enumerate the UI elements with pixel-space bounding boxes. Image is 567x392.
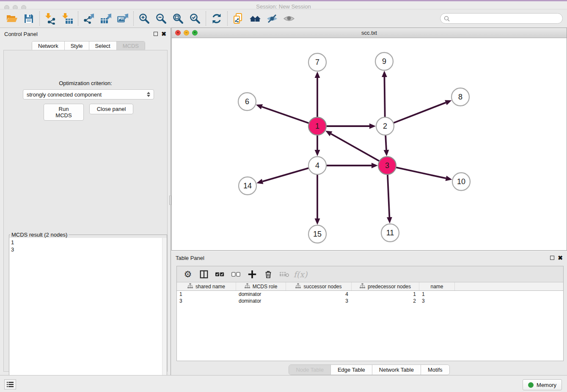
new-network-from-selection-icon[interactable] <box>230 11 247 26</box>
window-title: Session: New Session <box>0 3 567 10</box>
graph-edge[interactable] <box>394 102 446 123</box>
search-field[interactable] <box>440 13 563 24</box>
open-session-icon[interactable] <box>3 11 20 26</box>
mcds-panel: Optimization criterion: strongly connect… <box>3 50 168 372</box>
table-cell[interactable]: 4 <box>286 291 352 298</box>
graph-edge[interactable] <box>384 77 385 117</box>
import-table-icon[interactable] <box>59 11 76 26</box>
toolbar-separator <box>78 11 78 26</box>
network-view-window: × − + scc.txt 7968124314101511 <box>171 28 567 251</box>
graph-edge[interactable] <box>388 174 389 217</box>
tab-select[interactable]: Select <box>89 41 117 50</box>
table-cell[interactable]: 1 <box>177 291 236 298</box>
create-column-icon[interactable] <box>247 269 257 279</box>
tab-network[interactable]: Network <box>32 41 65 50</box>
show-all-icon[interactable] <box>281 11 297 26</box>
first-neighbors-icon[interactable] <box>247 11 264 26</box>
network-canvas[interactable]: 7968124314101511 <box>172 38 567 250</box>
search-input[interactable] <box>452 14 562 23</box>
graph-node-label: 4 <box>315 161 319 170</box>
zoom-fit-icon[interactable] <box>170 11 187 26</box>
network-graph[interactable]: 7968124314101511 <box>172 38 567 250</box>
graph-edge-arrow <box>445 176 452 181</box>
select-all-columns-icon[interactable] <box>215 269 225 279</box>
graph-edge[interactable] <box>396 167 446 178</box>
optimization-criterion-label: Optimization criterion: <box>4 80 167 86</box>
graph-edge-arrow <box>445 100 451 105</box>
delete-columns-icon[interactable] <box>263 269 273 279</box>
table-settings-icon[interactable]: ⚙ <box>183 269 193 279</box>
close-table-panel-icon[interactable]: ✖ <box>558 256 563 260</box>
float-panel-icon[interactable] <box>154 32 158 36</box>
mcds-result-area[interactable]: 1 3 <box>9 238 167 392</box>
control-panel-tabs: NetworkStyleSelectMCDS <box>32 41 145 51</box>
table-body: 1dominator4113dominator323 <box>177 291 563 304</box>
mcds-result-fieldset: MCDS result (2 nodes) 1 3 <box>9 232 167 392</box>
table-cell[interactable]: 1 <box>419 291 455 298</box>
memory-button[interactable]: Memory <box>523 379 562 390</box>
result-scrollbar[interactable] <box>162 238 167 392</box>
close-panel-button[interactable]: Close panel <box>89 104 133 114</box>
apply-layout-icon[interactable] <box>208 11 225 26</box>
save-session-icon[interactable] <box>20 11 37 26</box>
tab-edge-table[interactable]: Edge Table <box>331 365 372 375</box>
export-network-icon[interactable] <box>80 11 97 26</box>
graph-edge-arrow <box>384 150 389 156</box>
graph-edge-arrow <box>256 104 263 109</box>
float-table-panel-icon[interactable] <box>550 256 554 260</box>
table-header-row[interactable]: shared nameMCDS rolesuccessor nodesprede… <box>177 282 563 291</box>
criterion-select[interactable]: strongly connected component <box>23 89 154 99</box>
graph-edge[interactable] <box>262 107 309 123</box>
hide-selected-icon[interactable] <box>264 11 281 26</box>
network-window-titlebar[interactable]: × − + scc.txt <box>172 28 567 38</box>
table-cell[interactable]: 3 <box>286 298 352 304</box>
export-image-icon[interactable] <box>114 11 131 26</box>
column-header-name[interactable]: name <box>419 282 455 290</box>
column-header-successor-nodes[interactable]: successor nodes <box>286 282 352 290</box>
table-cell[interactable]: 3 <box>177 298 236 304</box>
table-row[interactable]: 3dominator323 <box>177 298 563 304</box>
table-panel-title: Table Panel <box>176 255 550 261</box>
zoom-selected-icon[interactable] <box>187 11 204 26</box>
graph-edge[interactable] <box>263 168 309 182</box>
tab-style[interactable]: Style <box>65 41 89 50</box>
graph-edge-arrow <box>372 163 378 168</box>
search-icon <box>444 16 450 22</box>
graph-node-label: 7 <box>315 58 319 66</box>
column-header-MCDS-role[interactable]: MCDS role <box>236 282 286 290</box>
tab-mcds[interactable]: MCDS <box>117 41 145 50</box>
toggle-panels-icon[interactable] <box>199 269 209 279</box>
graph-edge[interactable] <box>385 135 386 150</box>
column-header-shared-name[interactable]: shared name <box>177 282 236 290</box>
column-header-label: MCDS role <box>253 284 278 290</box>
tab-network-table[interactable]: Network Table <box>372 365 421 375</box>
column-tree-icon <box>245 283 250 290</box>
table-cell[interactable]: 1 <box>352 291 419 298</box>
column-tree-icon <box>187 283 193 290</box>
close-panel-icon[interactable]: ✖ <box>161 32 166 36</box>
import-network-icon[interactable] <box>42 11 59 26</box>
graph-edge-arrow <box>382 71 387 77</box>
select-stepper-icon <box>147 92 150 97</box>
deselect-all-columns-icon[interactable] <box>231 269 241 279</box>
show-console-button[interactable] <box>4 379 16 389</box>
table-cell[interactable]: 3 <box>419 298 455 304</box>
table-cell[interactable]: dominator <box>236 298 286 304</box>
graph-edge-arrow <box>256 179 263 184</box>
network-view-title: scc.txt <box>172 30 567 36</box>
run-mcds-button[interactable]: Run MCDS <box>44 104 84 121</box>
column-tree-icon <box>295 283 301 290</box>
table-row[interactable]: 1dominator411 <box>177 291 563 298</box>
zoom-in-icon[interactable] <box>136 11 153 26</box>
tab-motifs[interactable]: Motifs <box>421 365 449 375</box>
tab-node-table[interactable]: Node Table <box>289 365 331 375</box>
app-titlebar: Session: New Session <box>0 0 567 9</box>
graph-node-label: 8 <box>458 93 462 101</box>
export-table-icon[interactable] <box>97 11 114 26</box>
column-header-predecessor-nodes[interactable]: predecessor nodes <box>352 282 419 290</box>
zoom-out-icon[interactable] <box>153 11 170 26</box>
table-cell[interactable]: 2 <box>352 298 419 304</box>
table-cell[interactable]: dominator <box>236 291 286 298</box>
criterion-value: strongly connected component <box>27 91 102 98</box>
graph-edge[interactable] <box>331 134 379 161</box>
